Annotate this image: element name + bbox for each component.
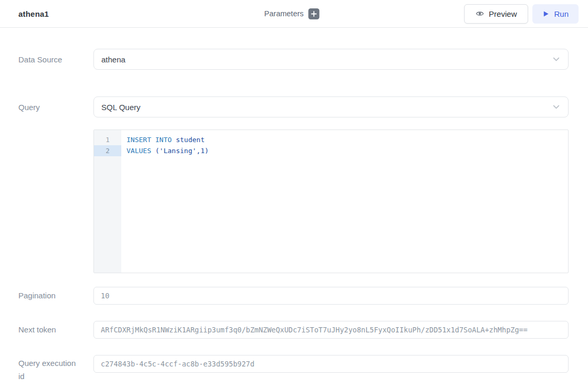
preview-button[interactable]: Preview — [464, 4, 528, 24]
run-label: Run — [554, 9, 569, 18]
next-token-input[interactable] — [93, 321, 569, 339]
code-line: VALUES ('Lansing',1) — [127, 145, 563, 156]
query-title: athena1 — [18, 9, 49, 18]
pagination-input[interactable] — [93, 287, 569, 305]
query-label: Query — [18, 101, 80, 114]
query-execution-id-input[interactable] — [93, 355, 569, 373]
eye-icon — [476, 9, 484, 18]
run-button[interactable]: Run — [532, 4, 579, 24]
line-number: 2 — [94, 145, 121, 156]
data-source-label: Data Source — [18, 53, 80, 66]
data-source-value: athena — [101, 55, 125, 64]
code-line: INSERT INTO student — [127, 134, 563, 145]
next-token-label: Next token — [18, 323, 80, 336]
parameters-label: Parameters — [264, 9, 303, 18]
query-type-value: SQL Query — [101, 103, 140, 112]
parameters-group: Parameters — [264, 8, 319, 19]
header: athena1 Parameters Preview Run — [0, 0, 588, 28]
editor-gutter: 12 — [94, 130, 121, 273]
preview-label: Preview — [489, 9, 517, 18]
line-number: 1 — [94, 134, 121, 145]
editor-code: INSERT INTO studentVALUES ('Lansing',1) — [121, 130, 568, 273]
sql-editor[interactable]: 12 INSERT INTO studentVALUES ('Lansing',… — [93, 130, 569, 273]
query-editor-page: athena1 Parameters Preview Run — [0, 0, 588, 388]
play-icon — [542, 10, 549, 17]
query-type-select[interactable]: SQL Query — [93, 96, 569, 117]
chevron-down-icon — [551, 102, 561, 112]
header-actions: Preview Run — [464, 4, 579, 24]
plus-icon — [311, 11, 317, 17]
data-source-select[interactable]: athena — [93, 49, 569, 70]
pagination-label: Pagination — [18, 289, 80, 302]
add-parameter-button[interactable] — [308, 8, 319, 19]
chevron-down-icon — [551, 55, 561, 64]
query-execution-id-label: Query execution id — [18, 357, 80, 383]
